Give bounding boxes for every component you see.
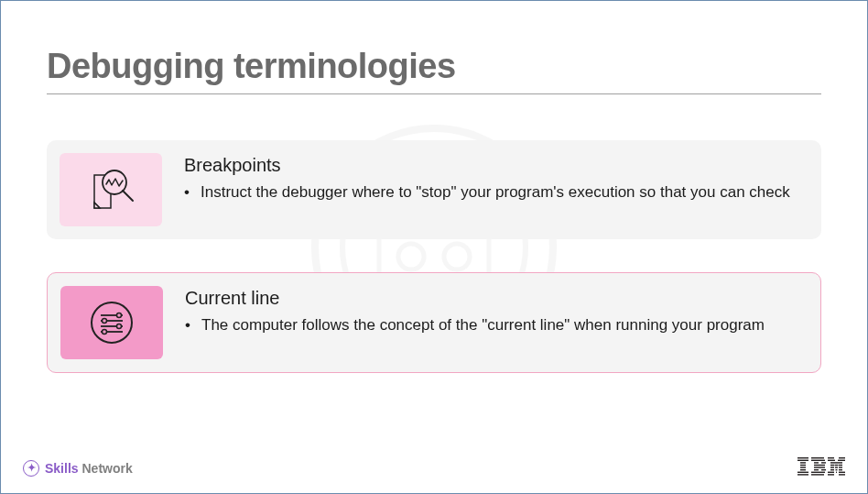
svg-rect-30 [814, 469, 819, 470]
magnifier-document-icon [81, 162, 140, 217]
breakpoints-icon-box [60, 153, 162, 226]
svg-rect-21 [800, 469, 806, 470]
svg-rect-27 [821, 462, 826, 463]
svg-rect-25 [811, 460, 825, 461]
svg-rect-20 [800, 467, 806, 467]
svg-rect-38 [830, 462, 835, 463]
svg-rect-29 [814, 467, 825, 467]
svg-rect-22 [797, 472, 808, 473]
svg-point-15 [103, 330, 107, 335]
card-current-line: Current line The computer follows the co… [47, 272, 821, 373]
svg-rect-41 [830, 465, 834, 466]
svg-rect-19 [800, 465, 806, 466]
svg-rect-34 [828, 457, 834, 458]
svg-rect-31 [821, 469, 826, 470]
current-line-heading: Current line [185, 288, 802, 309]
svg-rect-52 [836, 472, 837, 473]
footer: ✦ Skills Network [1, 457, 867, 478]
svg-rect-54 [839, 474, 845, 475]
svg-line-6 [123, 191, 133, 201]
svg-rect-24 [811, 457, 824, 458]
skills-network-label: Skills Network [45, 461, 133, 476]
current-line-bullet: The computer follows the concept of the … [201, 314, 802, 336]
sliders-circle-icon [82, 293, 141, 352]
svg-point-9 [117, 313, 122, 318]
svg-point-13 [117, 324, 122, 329]
svg-rect-53 [828, 474, 834, 475]
breakpoints-heading: Breakpoints [184, 155, 803, 176]
svg-rect-45 [839, 467, 842, 467]
svg-rect-44 [830, 467, 834, 467]
svg-point-7 [92, 302, 132, 343]
svg-rect-18 [800, 462, 806, 463]
svg-rect-17 [797, 460, 808, 461]
svg-rect-51 [839, 472, 845, 473]
current-line-icon-box [60, 286, 163, 359]
ibm-logo [797, 457, 845, 478]
svg-rect-36 [828, 460, 835, 461]
svg-rect-43 [835, 465, 839, 466]
slide-title: Debugging terminologies [47, 47, 821, 86]
network-word: Network [81, 461, 132, 476]
svg-rect-48 [839, 469, 842, 470]
svg-rect-35 [839, 457, 845, 458]
svg-rect-16 [797, 457, 808, 458]
svg-rect-39 [838, 462, 842, 463]
skills-logo-icon: ✦ [23, 460, 39, 477]
skills-network-brand: ✦ Skills Network [23, 460, 133, 477]
svg-rect-50 [828, 472, 834, 473]
card-breakpoints: Breakpoints Instruct the debugger where … [47, 140, 821, 239]
svg-rect-37 [838, 460, 845, 461]
current-line-text: Current line The computer follows the co… [185, 286, 802, 336]
svg-rect-47 [830, 469, 834, 470]
svg-rect-28 [814, 465, 825, 466]
skills-word: Skills [45, 461, 79, 476]
svg-rect-49 [836, 469, 838, 470]
svg-rect-42 [839, 465, 842, 466]
svg-rect-46 [835, 467, 838, 467]
svg-rect-26 [814, 462, 819, 463]
svg-point-11 [103, 319, 107, 324]
title-divider [47, 93, 821, 94]
svg-rect-23 [797, 474, 808, 475]
svg-rect-33 [811, 474, 824, 475]
breakpoints-bullet: Instruct the debugger where to "stop" yo… [201, 181, 803, 203]
breakpoints-text: Breakpoints Instruct the debugger where … [184, 153, 803, 203]
svg-rect-32 [811, 472, 825, 473]
svg-rect-40 [835, 462, 838, 463]
